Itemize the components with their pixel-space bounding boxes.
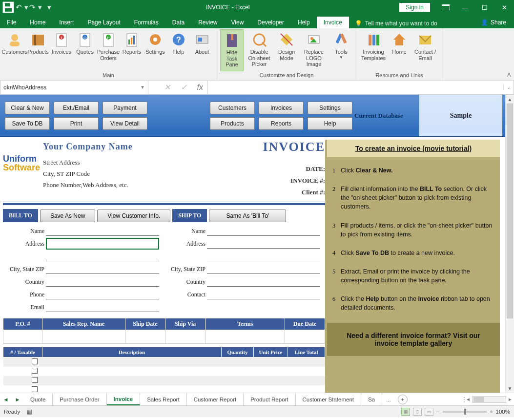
view-page-layout-icon[interactable]: ▯ [413,408,422,416]
ship-address-input[interactable] [207,239,320,249]
reports-button[interactable]: Reports [120,29,144,71]
save-icon[interactable] [1,0,15,14]
shipvia-cell[interactable] [165,330,206,344]
tab-review[interactable]: Review [191,17,224,28]
tell-me[interactable]: 💡 Tell me what you want to do [349,19,443,28]
bill-csz-input[interactable] [46,264,159,274]
sheet-tabs-more[interactable]: ... [382,395,395,404]
accept-formula-icon[interactable]: ✓ [181,83,187,92]
invoicing-templates-button[interactable]: Invoicing Templates [359,29,388,71]
settings-tb-button[interactable]: Settings [308,102,352,114]
name-box[interactable]: oknWhoAddress ▼ [0,81,148,94]
sheet-tab-po[interactable]: Purchase Order [53,393,106,405]
bill-address2-input[interactable] [46,252,159,261]
shipdate-cell[interactable] [125,330,165,344]
taxable-check-1[interactable] [32,358,38,364]
reports-tb-button[interactable]: Reports [259,117,304,130]
ship-csz-input[interactable] [207,264,320,274]
cancel-formula-icon[interactable]: ✕ [164,83,170,92]
help-button[interactable]: ?Help [167,29,190,71]
sheet-tab-customer-report[interactable]: Customer Report [187,393,244,405]
sheet-tab-customer-statement[interactable]: Customer Statement [296,393,361,405]
bill-name-input[interactable] [46,226,159,236]
fx-icon[interactable]: fx [197,83,203,92]
maximize-icon[interactable]: ☐ [475,0,494,14]
ribbon-display-icon[interactable] [436,0,455,14]
horizontal-scrollbar[interactable]: ⋮ ◄ ► [461,396,514,403]
ship-address2-input[interactable] [207,252,320,261]
view-page-break-icon[interactable]: ▭ [425,408,433,416]
disable-picker-button[interactable]: Disable On-sheet Picker [244,29,275,71]
view-detail-button[interactable]: View Detail [103,117,147,130]
taxable-check-4[interactable] [32,386,38,392]
hscroll-thumb[interactable] [473,397,484,402]
sheet-nav-next-icon[interactable]: ► [15,397,20,402]
bill-email-input[interactable] [46,302,159,312]
customers-button[interactable]: Customers [3,29,26,71]
help-tb-button[interactable]: Help [308,117,352,130]
help-title[interactable]: To create an invoice (movie tutorial) [327,140,500,157]
settings-button[interactable]: Settings [144,29,167,71]
same-as-bill-to-button[interactable]: Same As 'Bill To' [209,210,286,222]
customers-tb-button[interactable]: Customers [210,102,255,114]
tab-help[interactable]: Help [291,17,317,28]
name-box-dropdown-icon[interactable]: ▼ [140,84,145,90]
bill-address-input[interactable] [46,238,159,250]
home-button[interactable]: Home [388,29,411,71]
tab-insert[interactable]: Insert [52,17,81,28]
sign-in-button[interactable]: Sign in [399,3,430,12]
share-button[interactable]: 👤 Share [473,17,514,28]
sheet-tab-sales-report[interactable]: Sales Report [140,393,186,405]
vertical-scrollbar[interactable]: ▲ ▼ [505,95,514,393]
replace-logo-button[interactable]: Replace LOGO Image [298,29,329,71]
salesrep-cell[interactable] [42,330,125,344]
formula-bar[interactable]: ⌄ [207,81,514,94]
clear-new-button[interactable]: Clear & New [5,102,50,114]
contact-email-button[interactable]: Contact / Email [411,29,439,71]
zoom-in-icon[interactable]: + [490,409,493,415]
help-promo[interactable]: Need a different invoice format? Visit o… [327,323,500,356]
sheet-nav-prev-icon[interactable]: ◄ [3,397,8,402]
ship-country-input[interactable] [207,277,320,287]
tools-button[interactable]: Tools▼ [329,29,353,71]
about-button[interactable]: About [190,29,214,71]
duedate-cell[interactable] [285,330,325,344]
hide-task-pane-button[interactable]: Hide Task Pane [220,29,244,71]
view-normal-icon[interactable]: ▦ [401,408,410,416]
print-button[interactable]: Print [54,117,99,130]
zoom-value[interactable]: 100% [496,409,510,415]
scroll-down-icon[interactable]: ▼ [506,384,514,393]
sheet-tab-more-cut[interactable]: Sa [361,393,382,405]
ship-name-input[interactable] [207,226,320,236]
taxable-check-3[interactable] [32,377,38,383]
terms-cell[interactable] [206,330,285,344]
add-sheet-button[interactable]: + [398,395,408,404]
design-mode-button[interactable]: Design Mode [275,29,298,71]
close-icon[interactable]: ✕ [494,0,514,14]
view-customer-info-button[interactable]: View Customer Info. [97,210,170,222]
sheet-tab-product-report[interactable]: Product Report [244,393,295,405]
bill-phone-input[interactable] [46,290,159,299]
tab-home[interactable]: Home [23,17,52,28]
payment-button[interactable]: Payment [103,102,147,114]
taxable-check-2[interactable] [32,368,38,374]
tab-page-layout[interactable]: Page Layout [81,17,127,28]
ship-contact-input[interactable] [207,290,320,299]
invoices-button[interactable]: IInvoices [50,29,73,71]
invoices-tb-button[interactable]: Invoices [259,102,304,114]
redo-icon[interactable]: ↷ ▾ [29,0,42,14]
minimize-icon[interactable]: ― [455,0,475,14]
tab-view[interactable]: View [225,17,251,28]
products-tb-button[interactable]: Products [210,117,255,130]
purchase-orders-button[interactable]: PPurchase Orders [97,29,120,71]
save-as-new-button[interactable]: Save As New [40,210,95,222]
tab-data[interactable]: Data [165,17,191,28]
scroll-up-icon[interactable]: ▲ [506,95,514,104]
macro-record-icon[interactable]: ▦ [27,408,32,415]
tab-formulas[interactable]: Formulas [127,17,165,28]
quotes-button[interactable]: QQuotes [73,29,97,71]
ext-email-button[interactable]: Ext./Email [54,102,99,114]
expand-formula-icon[interactable]: ⌄ [503,84,514,90]
tab-invoice[interactable]: Invoice [317,17,349,28]
bill-country-input[interactable] [46,277,159,287]
